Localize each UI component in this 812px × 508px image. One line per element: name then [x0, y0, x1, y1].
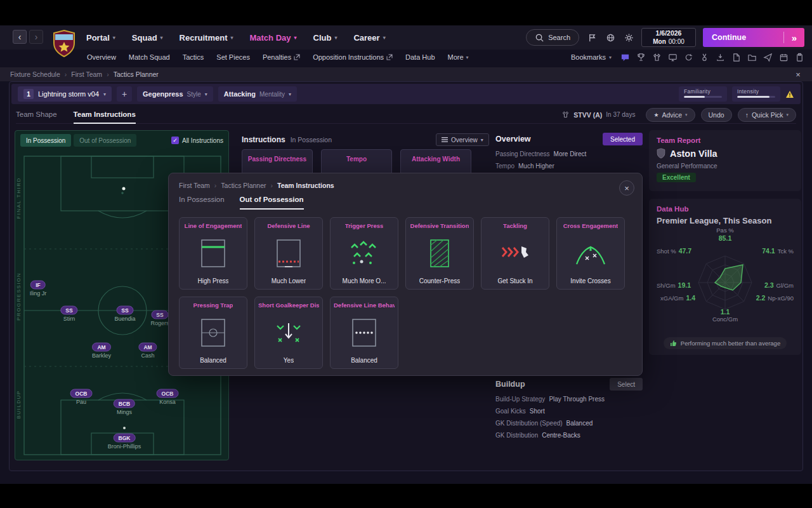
breadcrumb-item[interactable]: First Team [179, 182, 210, 189]
forward-button[interactable]: › [29, 30, 43, 44]
card-title: Passing Directness [248, 156, 306, 163]
tab-team-shape[interactable]: Team Shape [16, 106, 57, 124]
undo-button[interactable]: Undo [701, 108, 732, 122]
refresh-button[interactable] [684, 53, 693, 62]
back-button[interactable]: ‹ [13, 30, 27, 44]
awards-button[interactable] [700, 53, 709, 62]
out-of-possession-toggle[interactable]: Out of Possession [74, 134, 136, 147]
notes-button[interactable] [795, 53, 804, 62]
tactic-selector[interactable]: 1 Lightning storm v04 ▾ [18, 86, 112, 102]
breadcrumb-item[interactable]: Fixture Schedule [10, 70, 60, 78]
preferences-button[interactable] [623, 32, 634, 43]
continue-button[interactable]: Continue » [703, 28, 804, 47]
quick-pick-button[interactable]: ↑ Quick Pick ▾ [738, 108, 796, 122]
subnav-match-squad[interactable]: Match Squad [129, 53, 170, 61]
reports-button[interactable] [731, 53, 741, 62]
player-node[interactable]: SSStirn [60, 304, 77, 322]
subnav-set-pieces[interactable]: Set Pieces [216, 53, 250, 61]
breadcrumb-item[interactable]: First Team [71, 70, 102, 78]
player-role-badge: SS [151, 311, 168, 319]
style-selector[interactable]: Gegenpress Style ▾ [137, 86, 213, 102]
monitor-button[interactable] [668, 53, 678, 62]
inbox-button[interactable] [620, 53, 630, 62]
close-page-button[interactable]: × [793, 69, 803, 79]
instruction-card-tempo[interactable]: Tempo [321, 149, 392, 175]
bookmarks-menu[interactable]: Bookmarks▾ [571, 53, 612, 61]
view-selector[interactable]: Overview ▾ [436, 133, 489, 146]
player-node[interactable]: SSRogers [150, 308, 169, 326]
player-node[interactable]: AMBarkley [92, 340, 111, 359]
player-node[interactable]: OCBPau [70, 387, 93, 405]
search-button[interactable]: Search [526, 29, 579, 46]
calendar-button[interactable] [779, 53, 789, 62]
world-button[interactable] [605, 32, 616, 43]
advice-button[interactable]: ★ Advice ▾ [646, 108, 695, 122]
download-button[interactable] [716, 53, 725, 62]
select-button[interactable]: Select [610, 378, 643, 391]
card-tackling[interactable]: Tackling Get Stuck In [481, 217, 549, 290]
menu-recruitment[interactable]: Recruitment▾ [180, 33, 233, 43]
tab-team-instructions[interactable]: Team Instructions [74, 106, 136, 124]
chevron-down-icon: ▾ [334, 35, 337, 41]
subnav-data-hub[interactable]: Data Hub [405, 53, 435, 61]
card-defensive-line[interactable]: Defensive Line Much Lower [254, 217, 323, 290]
subnav-opposition-instructions[interactable]: Opposition Instructions [313, 53, 393, 61]
player-node[interactable]: SSBuendia [114, 304, 135, 322]
card-value: Balanced [351, 357, 377, 364]
add-tactic-button[interactable]: + [117, 86, 132, 102]
modal-tab-in-possession[interactable]: In Possession [179, 196, 225, 210]
subnav-more[interactable]: More▾ [448, 53, 469, 61]
instruction-card-attacking-width[interactable]: Attacking Width [400, 149, 471, 175]
card-value: Much More O... [343, 277, 386, 284]
menu-career[interactable]: Career▾ [353, 33, 385, 43]
player-node[interactable]: AMCash [138, 340, 157, 359]
flag-button[interactable] [586, 32, 598, 43]
player-node[interactable]: BCBMings [114, 397, 135, 415]
player-role-badge: BCB [114, 399, 135, 408]
line-of-engagement-icon [197, 239, 230, 268]
mentality-selector[interactable]: Attacking Mentality ▾ [218, 86, 297, 102]
menu-club[interactable]: Club▾ [313, 33, 337, 43]
menu-match-day[interactable]: Match Day▾ [249, 33, 296, 43]
chevron-left-icon: ‹ [18, 32, 22, 42]
card-cross-engagement[interactable]: Cross Engagement Invite Crosses [556, 217, 625, 290]
menu-squad[interactable]: Squad▾ [132, 33, 163, 43]
player-node[interactable]: OCBKonsa [157, 387, 179, 405]
monitor-icon [668, 53, 678, 62]
share-button[interactable] [763, 53, 773, 62]
quick-pick-label: Quick Pick [752, 111, 783, 119]
card-short-goalkeeper-distribution[interactable]: Short Goalkeeper Distr Yes [254, 297, 323, 369]
buildup-row: Goal KicksShort [495, 408, 643, 415]
in-possession-toggle[interactable]: In Possession [20, 134, 71, 147]
card-pressing-trap[interactable]: Pressing Trap Balanced [179, 297, 247, 369]
instruction-card-passing-directness[interactable]: Passing Directness [242, 149, 313, 175]
menu-label: Match Day [249, 33, 291, 43]
all-instructions-checkbox[interactable]: ✓ All Instructions [171, 137, 223, 144]
breadcrumb-item[interactable]: Tactics Planner [221, 182, 266, 189]
tab-label: Team Instructions [74, 110, 136, 118]
menu-portal[interactable]: Portal▾ [86, 33, 115, 43]
team-report-panel[interactable]: Team Report Aston Villa General Performa… [649, 130, 801, 191]
player-node[interactable]: IFIling Jr [30, 278, 47, 297]
competitions-button[interactable] [636, 53, 646, 62]
squad-button[interactable] [652, 53, 662, 62]
subnav-overview[interactable]: Overview [87, 53, 116, 61]
modal-close-button[interactable]: × [619, 180, 634, 196]
planner-tabs-row: Team Shape Team Instructions STVV (A) In… [16, 106, 796, 124]
card-line-of-engagement[interactable]: Line of Engagement High Press [179, 217, 247, 290]
game-date-button[interactable]: 1/6/2026 Mon00:00 [641, 28, 696, 47]
subnav-penalties[interactable]: Penalties [263, 53, 300, 61]
breadcrumb-item[interactable]: Tactics Planner [114, 70, 159, 78]
files-button[interactable] [747, 53, 757, 62]
next-match-info[interactable]: STVV (A) In 37 days [561, 110, 635, 119]
card-defensive-line-behaviour[interactable]: Defensive Line Behavio Balanced [330, 297, 398, 369]
card-trigger-press[interactable]: Trigger Press Much More O... [330, 217, 398, 290]
card-value: Balanced [200, 357, 226, 364]
modal-tab-out-of-possession[interactable]: Out of Possession [240, 196, 304, 210]
club-badge[interactable] [52, 29, 76, 58]
card-defensive-transition[interactable]: Defensive Transition Counter-Press [405, 217, 474, 290]
data-hub-panel[interactable]: Data Hub Premier League, This Season Pas… [649, 199, 801, 355]
subnav-tactics[interactable]: Tactics [183, 53, 204, 61]
player-node[interactable]: BGKBroni-Phillips [108, 431, 141, 450]
selected-button[interactable]: Selected [603, 133, 643, 145]
